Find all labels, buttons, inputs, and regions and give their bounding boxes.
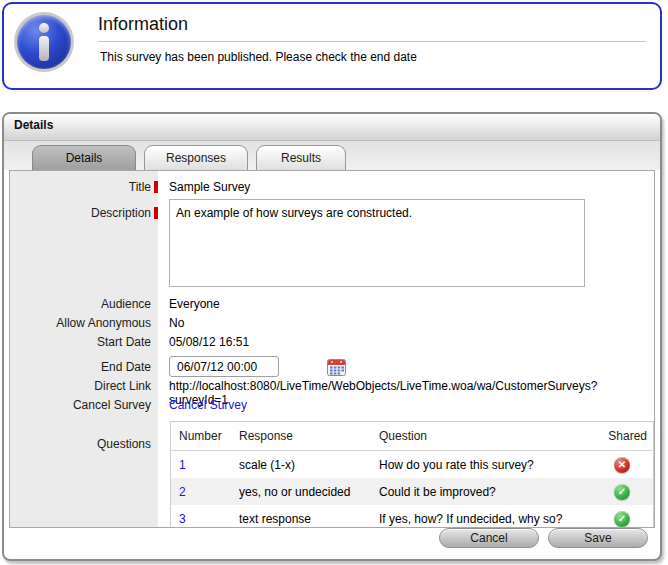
end-date-label: End Date bbox=[10, 360, 158, 374]
action-button-bar: Cancel Save bbox=[439, 528, 648, 548]
info-icon-stem bbox=[39, 36, 49, 61]
cancel-button[interactable]: Cancel bbox=[439, 528, 539, 548]
information-banner: Information This survey has been publish… bbox=[2, 2, 662, 90]
title-value: Sample Survey bbox=[158, 180, 250, 194]
column-header-question: Question bbox=[373, 422, 591, 451]
shared-status-icon bbox=[614, 511, 630, 527]
cancel-survey-link[interactable]: Cancel Survey bbox=[169, 398, 247, 412]
allow-anonymous-row: Allow Anonymous No bbox=[10, 316, 654, 335]
details-form: Title Sample Survey Description An examp… bbox=[9, 170, 655, 528]
question-response: text response bbox=[233, 505, 373, 528]
question-number-link[interactable]: 1 bbox=[179, 458, 186, 472]
tab-details[interactable]: Details bbox=[32, 145, 136, 170]
questions-label: Questions bbox=[10, 433, 158, 451]
info-divider bbox=[98, 41, 646, 42]
end-date-row: End Date bbox=[10, 354, 654, 379]
allow-anonymous-value: No bbox=[158, 316, 184, 330]
question-row: 2 yes, no or undecided Could it be impro… bbox=[171, 478, 654, 505]
end-date-input[interactable] bbox=[169, 356, 279, 377]
question-number-link[interactable]: 2 bbox=[179, 485, 186, 499]
direct-link-label: Direct Link bbox=[10, 379, 158, 393]
question-response: scale (1-x) bbox=[233, 451, 373, 479]
title-label: Title bbox=[10, 180, 158, 194]
required-indicator bbox=[154, 207, 158, 219]
shared-status-icon bbox=[614, 457, 630, 473]
description-label-text: Description bbox=[91, 206, 151, 220]
start-date-value: 05/08/12 16:51 bbox=[158, 335, 249, 349]
info-title: Information bbox=[98, 14, 188, 35]
shared-status-icon bbox=[614, 484, 630, 500]
question-row: 1 scale (1-x) How do you rate this surve… bbox=[171, 451, 654, 479]
title-label-text: Title bbox=[129, 180, 151, 194]
question-number-link[interactable]: 3 bbox=[179, 512, 186, 526]
allow-anonymous-label: Allow Anonymous bbox=[10, 316, 158, 330]
audience-value: Everyone bbox=[158, 297, 220, 311]
details-panel: Details Details Responses Results Title … bbox=[2, 112, 662, 561]
save-button[interactable]: Save bbox=[548, 528, 648, 548]
calendar-icon[interactable] bbox=[327, 358, 346, 376]
questions-row: Questions Number Response Question Share… bbox=[10, 417, 654, 528]
tab-responses[interactable]: Responses bbox=[144, 145, 248, 170]
question-response: yes, no or undecided bbox=[233, 478, 373, 505]
start-date-label: Start Date bbox=[10, 335, 158, 349]
questions-table: Number Response Question Shared 1 scale … bbox=[170, 421, 654, 528]
start-date-row: Start Date 05/08/12 16:51 bbox=[10, 335, 654, 354]
cancel-survey-row: Cancel Survey Cancel Survey bbox=[10, 398, 654, 417]
question-text: Could it be improved? bbox=[373, 478, 591, 505]
description-textarea[interactable]: An example of how surveys are constructe… bbox=[169, 199, 585, 287]
column-header-number: Number bbox=[171, 422, 234, 451]
audience-label: Audience bbox=[10, 297, 158, 311]
description-row: Description An example of how surveys ar… bbox=[10, 199, 654, 297]
direct-link-row: Direct Link http://localhost:8080/LiveTi… bbox=[10, 379, 654, 398]
info-message: This survey has been published. Please c… bbox=[100, 50, 417, 64]
column-header-shared: Shared bbox=[591, 422, 654, 451]
info-icon-dot bbox=[39, 23, 49, 33]
tab-results[interactable]: Results bbox=[256, 145, 346, 170]
audience-row: Audience Everyone bbox=[10, 297, 654, 316]
title-row: Title Sample Survey bbox=[10, 171, 654, 199]
question-row: 3 text response If yes, how? If undecide… bbox=[171, 505, 654, 528]
tab-bar: Details Responses Results bbox=[4, 141, 660, 170]
column-header-response: Response bbox=[233, 422, 373, 451]
info-icon bbox=[17, 15, 71, 69]
cancel-survey-label: Cancel Survey bbox=[10, 398, 158, 412]
question-text: If yes, how? If undecided, why so? bbox=[373, 505, 591, 528]
panel-title: Details bbox=[4, 114, 660, 141]
questions-table-header: Number Response Question Shared bbox=[171, 422, 654, 451]
description-label: Description bbox=[10, 206, 158, 220]
question-text: How do you rate this survey? bbox=[373, 451, 591, 479]
